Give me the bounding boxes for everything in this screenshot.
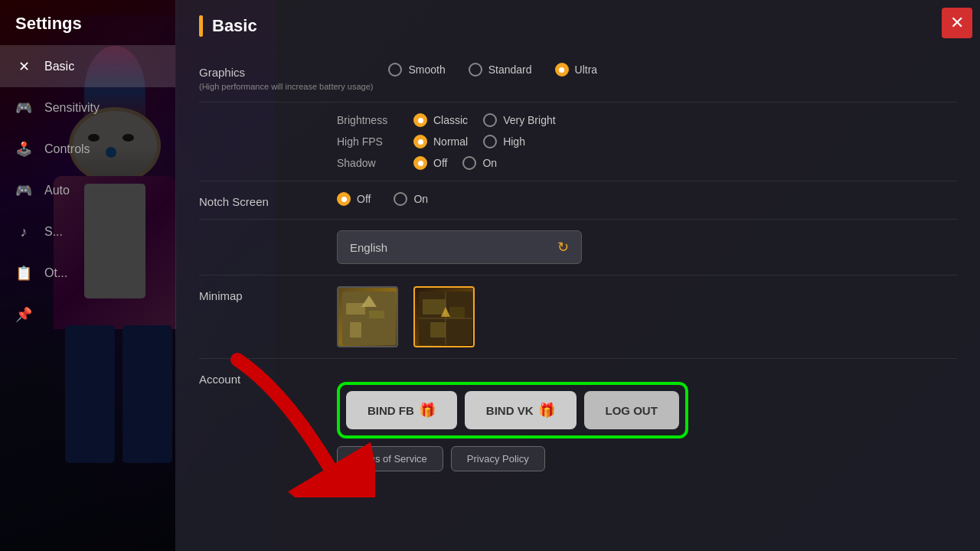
section-title: Basic — [212, 16, 257, 36]
section-header: Basic — [199, 15, 957, 37]
minimap-1-visual — [338, 288, 397, 346]
minimap-2-visual — [415, 288, 473, 346]
highfps-normal-option[interactable]: Normal — [413, 135, 468, 148]
brightness-verybright-radio[interactable] — [483, 113, 497, 127]
close-button[interactable]: ✕ — [942, 8, 972, 38]
svg-rect-9 — [430, 322, 446, 337]
section-bar — [199, 15, 203, 37]
notch-off-radio[interactable] — [337, 192, 351, 206]
language-value: English — [350, 241, 387, 254]
svg-rect-8 — [449, 307, 465, 318]
notch-on-option[interactable]: On — [394, 192, 428, 206]
bind-fb-label: BIND FB — [368, 404, 414, 417]
highfps-row: High FPS Normal High — [337, 135, 957, 148]
sidebar-title: Settings — [0, 0, 175, 46]
highfps-high-option[interactable]: High — [483, 135, 525, 148]
shadow-label: Shadow — [337, 157, 398, 169]
misc-icon: 📌 — [14, 305, 34, 324]
sidebar-item-sensitivity-label: Sensitivity — [44, 101, 100, 115]
graphics-smooth-label: Smooth — [408, 64, 445, 76]
shadow-on-label: On — [482, 157, 497, 169]
sidebar-item-controls-label: Controls — [44, 142, 90, 156]
sidebar-item-other-label: Ot... — [44, 266, 67, 280]
graphics-ultra-label: Ultra — [575, 64, 598, 76]
graphics-options: Smooth Standard Ultra — [388, 63, 957, 77]
sidebar-item-auto-label: Auto — [44, 184, 70, 197]
basic-icon: ✕ — [14, 57, 34, 77]
notch-label: Notch Screen — [199, 192, 322, 208]
notch-on-label: On — [413, 193, 428, 205]
controls-icon: 🕹️ — [14, 139, 34, 159]
brightness-verybright-label: Very Bright — [503, 114, 555, 126]
notch-off-option[interactable]: Off — [337, 192, 371, 206]
settings-panel: ✕ Basic Graphics (High performance will … — [176, 0, 980, 551]
sub-settings-spacer — [199, 113, 322, 116]
sound-icon: ♪ — [14, 222, 34, 242]
bind-fb-button[interactable]: BIND FB 🎁 — [346, 391, 457, 429]
brightness-verybright-option[interactable]: Very Bright — [483, 113, 555, 127]
highfps-high-radio[interactable] — [483, 135, 497, 148]
graphics-ultra-option[interactable]: Ultra — [555, 63, 598, 77]
shadow-row: Shadow Off On — [337, 156, 957, 170]
highfps-normal-radio[interactable] — [413, 135, 427, 148]
sidebar-item-controls[interactable]: 🕹️ Controls — [0, 129, 175, 170]
sub-settings-row: Brightness Classic Very Bright High FPS … — [199, 103, 957, 181]
minimap-row: Minimap — [199, 276, 957, 359]
notch-options: Off On — [337, 192, 957, 206]
notch-row: Notch Screen Off On — [199, 181, 957, 220]
sidebar-item-sound-label: S... — [44, 225, 63, 239]
sidebar-item-sound[interactable]: ♪ S... — [0, 211, 175, 253]
brightness-classic-option[interactable]: Classic — [413, 113, 468, 127]
minimap-label: Minimap — [199, 286, 322, 302]
svg-rect-4 — [350, 322, 361, 337]
minimap-option-2[interactable] — [413, 286, 475, 347]
graphics-standard-option[interactable]: Standard — [469, 63, 532, 77]
graphics-standard-radio[interactable] — [469, 63, 482, 77]
brightness-label: Brightness — [337, 114, 398, 126]
minimap-options — [337, 286, 475, 347]
terms-row: Terms of Service Privacy Policy — [337, 446, 688, 471]
highfps-high-label: High — [503, 135, 525, 148]
sidebar-item-auto[interactable]: 🎮 Auto — [0, 170, 175, 211]
shadow-off-option[interactable]: Off — [413, 156, 447, 170]
sidebar: Settings ✕ Basic 🎮 Sensitivity 🕹️ Contro… — [0, 0, 176, 551]
notch-on-radio[interactable] — [394, 192, 407, 206]
sidebar-item-basic[interactable]: ✕ Basic — [0, 46, 175, 87]
sensitivity-icon: 🎮 — [14, 98, 34, 118]
graphics-smooth-option[interactable]: Smooth — [388, 63, 445, 77]
notch-off-label: Off — [357, 193, 371, 205]
terms-of-service-button[interactable]: Terms of Service — [337, 446, 443, 471]
brightness-row: Brightness Classic Very Bright — [337, 113, 957, 127]
bind-vk-gift-icon: 🎁 — [538, 402, 555, 419]
sidebar-item-other[interactable]: 📋 Ot... — [0, 253, 175, 294]
language-dropdown[interactable]: English ↻ — [337, 230, 582, 264]
graphics-ultra-radio[interactable] — [555, 63, 569, 77]
account-buttons-highlight: BIND FB 🎁 BIND VK 🎁 LOG OUT — [337, 382, 688, 439]
svg-rect-2 — [346, 303, 365, 315]
shadow-on-radio[interactable] — [462, 156, 476, 170]
svg-rect-7 — [423, 299, 446, 315]
bind-vk-label: BIND VK — [486, 404, 534, 417]
account-label: Account — [199, 370, 322, 386]
shadow-off-radio[interactable] — [413, 156, 427, 170]
shadow-off-label: Off — [433, 157, 447, 169]
svg-rect-3 — [369, 311, 384, 318]
language-row: English ↻ — [199, 220, 957, 276]
minimap-option-1[interactable] — [337, 286, 398, 347]
highfps-normal-label: Normal — [433, 135, 468, 148]
graphics-label: Graphics (High performance will increase… — [199, 63, 373, 91]
sub-settings-options: Brightness Classic Very Bright High FPS … — [337, 113, 957, 170]
graphics-row: Graphics (High performance will increase… — [199, 52, 957, 103]
sidebar-item-sensitivity[interactable]: 🎮 Sensitivity — [0, 87, 175, 129]
graphics-standard-label: Standard — [488, 64, 532, 76]
shadow-on-option[interactable]: On — [462, 156, 497, 170]
sidebar-item-misc[interactable]: 📌 — [0, 294, 175, 335]
graphics-smooth-radio[interactable] — [388, 63, 402, 77]
sidebar-item-basic-label: Basic — [44, 60, 74, 73]
other-icon: 📋 — [14, 263, 34, 283]
account-section: BIND FB 🎁 BIND VK 🎁 LOG OUT Terms of Ser… — [337, 370, 688, 484]
bind-vk-button[interactable]: BIND VK 🎁 — [465, 391, 577, 429]
logout-button[interactable]: LOG OUT — [584, 391, 679, 429]
privacy-policy-button[interactable]: Privacy Policy — [451, 446, 545, 471]
brightness-classic-radio[interactable] — [413, 113, 427, 127]
